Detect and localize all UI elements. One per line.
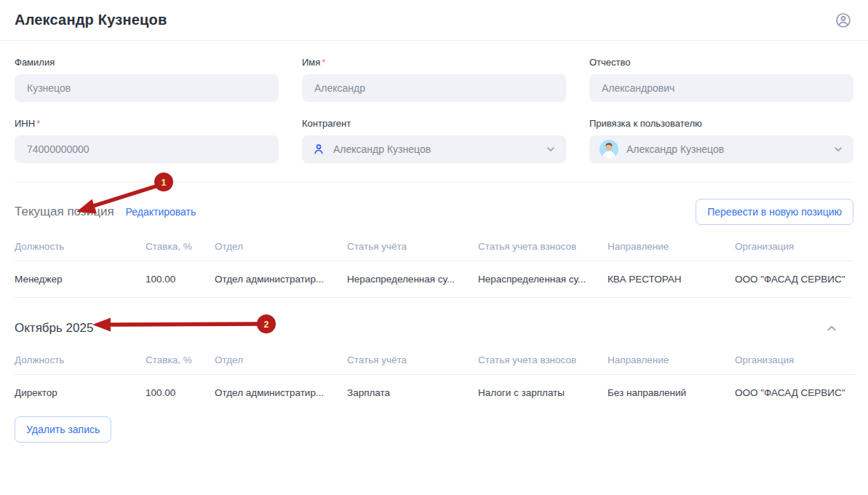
required-asterisk: * bbox=[36, 118, 40, 129]
table-row[interactable]: Директор 100.00 Отдел администратир... З… bbox=[15, 375, 853, 411]
inn-input[interactable] bbox=[15, 135, 279, 163]
page-title: Александр Кузнецов bbox=[15, 12, 167, 28]
middlename-label: Отчество bbox=[589, 57, 853, 68]
user-link-value: Александр Кузнецов bbox=[626, 143, 825, 155]
counterparty-select[interactable]: Александр Кузнецов bbox=[302, 135, 566, 163]
column-header: Направление bbox=[608, 235, 735, 261]
field-lastname: Фамилия bbox=[15, 57, 279, 102]
column-header: Статья учета взносов bbox=[478, 235, 608, 261]
transfer-position-button[interactable]: Перевести в новую позицию bbox=[696, 199, 853, 225]
avatar bbox=[600, 140, 618, 159]
form-divider bbox=[15, 182, 853, 183]
required-asterisk: * bbox=[322, 57, 325, 68]
account-button[interactable] bbox=[833, 10, 853, 31]
field-firstname: Имя* bbox=[302, 57, 566, 102]
employee-form: Фамилия Имя* Отчество ИНН* Контрагент bbox=[15, 57, 853, 163]
column-header: Направление bbox=[608, 349, 735, 374]
table-header-row: Должность Ставка, % Отдел Статья учёта С… bbox=[15, 235, 853, 261]
middlename-input[interactable] bbox=[589, 74, 853, 102]
cell-organization: ООО "ФАСАД СЕРВИС" bbox=[735, 375, 853, 411]
cell-position: Менеджер bbox=[15, 261, 146, 297]
month-title: Октябрь 2025 bbox=[15, 321, 93, 336]
delete-record-button[interactable]: Удалить запись bbox=[15, 416, 111, 443]
user-circle-icon bbox=[835, 12, 852, 29]
cell-department: Отдел администратир... bbox=[215, 375, 347, 411]
month-table: Должность Ставка, % Отдел Статья учёта С… bbox=[15, 349, 853, 411]
column-header: Статья учета взносов bbox=[478, 349, 608, 374]
chevron-up-icon bbox=[826, 322, 837, 334]
cell-rate: 100.00 bbox=[146, 261, 215, 297]
table-header-row: Должность Ставка, % Отдел Статья учёта С… bbox=[15, 349, 853, 375]
current-position-title: Текущая позиция bbox=[15, 205, 114, 219]
column-header: Организация bbox=[735, 349, 853, 374]
cell-contribution-item: Налоги с зарплаты bbox=[478, 375, 608, 411]
firstname-label: Имя* bbox=[302, 57, 566, 68]
page-header: Александр Кузнецов bbox=[0, 0, 868, 41]
current-position-table: Должность Ставка, % Отдел Статья учёта С… bbox=[15, 235, 853, 298]
inn-label: ИНН* bbox=[15, 118, 279, 129]
firstname-input[interactable] bbox=[302, 74, 566, 102]
chevron-down-icon bbox=[833, 144, 843, 154]
cell-position: Директор bbox=[15, 375, 146, 411]
current-position-header: Текущая позиция Редактировать Перевести … bbox=[15, 199, 853, 225]
lastname-label: Фамилия bbox=[15, 57, 279, 68]
cell-rate: 100.00 bbox=[146, 375, 215, 411]
collapse-section-button[interactable] bbox=[821, 318, 842, 338]
cell-account-item: Зарплата bbox=[347, 375, 478, 411]
column-header: Статья учёта bbox=[347, 235, 478, 261]
user-link-select[interactable]: Александр Кузнецов bbox=[589, 135, 853, 163]
month-section-header: Октябрь 2025 bbox=[15, 318, 853, 338]
column-header: Организация bbox=[735, 235, 853, 261]
column-header: Отдел bbox=[215, 349, 347, 374]
user-link-label: Привязка к пользователю bbox=[589, 118, 853, 129]
column-header: Должность bbox=[15, 235, 146, 261]
lastname-input[interactable] bbox=[15, 74, 279, 102]
chevron-down-icon bbox=[546, 144, 556, 154]
cell-direction: КВА РЕСТОРАН bbox=[608, 261, 735, 297]
cell-contribution-item: Нераспределенная су... bbox=[478, 261, 608, 297]
counterparty-label: Контрагент bbox=[302, 118, 566, 129]
column-header: Отдел bbox=[215, 235, 347, 261]
column-header: Ставка, % bbox=[146, 349, 215, 374]
column-header: Ставка, % bbox=[146, 235, 215, 261]
cell-department: Отдел администратир... bbox=[215, 261, 347, 297]
field-counterparty: Контрагент Александр Кузнецов bbox=[302, 118, 566, 163]
field-middlename: Отчество bbox=[589, 57, 853, 102]
counterparty-value: Александр Кузнецов bbox=[333, 143, 538, 155]
person-icon bbox=[312, 143, 325, 156]
column-header: Статья учёта bbox=[347, 349, 478, 374]
cell-account-item: Нераспределенная су... bbox=[347, 261, 478, 297]
table-row[interactable]: Менеджер 100.00 Отдел администратир... Н… bbox=[15, 261, 853, 298]
cell-organization: ООО "ФАСАД СЕРВИС" bbox=[735, 261, 853, 297]
column-header: Должность bbox=[15, 349, 146, 374]
cell-direction: Без направлений bbox=[608, 375, 735, 411]
field-inn: ИНН* bbox=[15, 118, 279, 163]
field-user-link: Привязка к пользователю Александр Кузнец… bbox=[589, 118, 853, 163]
edit-link[interactable]: Редактировать bbox=[126, 206, 196, 218]
